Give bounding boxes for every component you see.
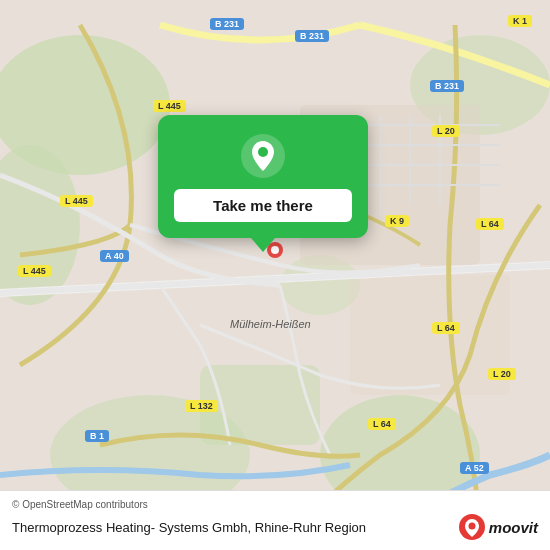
road-label-a52: A 52 bbox=[460, 462, 489, 474]
road-label-a40: A 40 bbox=[100, 250, 129, 262]
bottom-bar: © OpenStreetMap contributors Thermoproze… bbox=[0, 490, 550, 550]
map-popup: Take me there bbox=[158, 115, 368, 238]
road-label-l445-mid: L 445 bbox=[60, 195, 93, 207]
road-label-l445-bot: L 445 bbox=[18, 265, 51, 277]
road-label-l20-bot: L 20 bbox=[488, 368, 516, 380]
svg-rect-9 bbox=[350, 275, 510, 395]
road-label-l20-top: L 20 bbox=[432, 125, 460, 137]
road-label-l64-mid: L 64 bbox=[432, 322, 460, 334]
road-label-l132: L 132 bbox=[185, 400, 218, 412]
copyright-text: © OpenStreetMap contributors bbox=[12, 499, 538, 510]
location-line: Thermoprozess Heating- Systems Gmbh, Rhi… bbox=[12, 514, 538, 540]
road-label-k9: K 9 bbox=[385, 215, 409, 227]
moovit-brand-text: moovit bbox=[489, 519, 538, 536]
district-label: Mülheim-Heißen bbox=[230, 318, 311, 330]
road-label-b1: B 1 bbox=[85, 430, 109, 442]
road-label-b231-top-left: B 231 bbox=[210, 18, 244, 30]
location-pin-icon bbox=[240, 133, 286, 179]
moovit-logo: moovit bbox=[459, 514, 538, 540]
svg-point-17 bbox=[468, 523, 475, 530]
take-me-there-button[interactable]: Take me there bbox=[174, 189, 352, 222]
map-container: B 231B 231B 231K 1L 445L 445L 445A 40K 9… bbox=[0, 0, 550, 550]
road-label-b231-right: B 231 bbox=[430, 80, 464, 92]
road-label-k1: K 1 bbox=[508, 15, 532, 27]
road-label-b231-top-center: B 231 bbox=[295, 30, 329, 42]
moovit-icon bbox=[459, 514, 485, 540]
svg-point-15 bbox=[258, 147, 268, 157]
road-label-l64-top: L 64 bbox=[476, 218, 504, 230]
road-label-l445-top: L 445 bbox=[153, 100, 186, 112]
location-name-text: Thermoprozess Heating- Systems Gmbh, Rhi… bbox=[12, 520, 453, 535]
road-label-l64-bot: L 64 bbox=[368, 418, 396, 430]
